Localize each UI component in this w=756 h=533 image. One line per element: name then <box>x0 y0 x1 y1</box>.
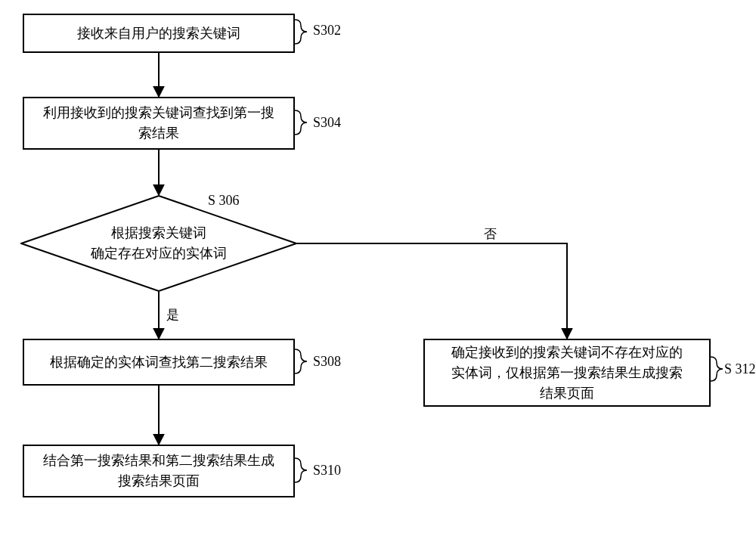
node-text: 根据确定的实体词查找第二搜索结果 <box>50 352 268 373</box>
node-text: 确定接收到的搜索关键词不存在对应的 实体词，仅根据第一搜索结果生成搜索 结果页面 <box>451 342 683 404</box>
flow-node-s304: 利用接收到的搜索关键词查找到第一搜 索结果 <box>23 97 295 150</box>
node-label-s306: S 306 <box>208 193 240 209</box>
node-label-s312: S 312 <box>724 361 756 377</box>
node-text: 根据搜索关键词 确定存在对应的实体词 <box>91 223 227 264</box>
flow-node-s302: 接收来自用户的搜索关键词 <box>23 14 295 53</box>
node-label-s310: S310 <box>313 463 341 479</box>
node-text: 利用接收到的搜索关键词查找到第一搜 索结果 <box>43 103 274 144</box>
node-text: 结合第一搜索结果和第二搜索结果生成 搜索结果页面 <box>43 451 274 491</box>
node-label-s302: S302 <box>313 23 341 39</box>
edge-label-yes: 是 <box>166 306 179 324</box>
flow-node-s310: 结合第一搜索结果和第二搜索结果生成 搜索结果页面 <box>23 445 295 497</box>
flow-node-s312: 确定接收到的搜索关键词不存在对应的 实体词，仅根据第一搜索结果生成搜索 结果页面 <box>423 339 711 407</box>
node-label-s304: S304 <box>313 115 341 131</box>
node-text: 接收来自用户的搜索关键词 <box>77 23 240 44</box>
edge-label-no: 否 <box>484 225 497 243</box>
flow-decision-s306: 根据搜索关键词 确定存在对应的实体词 <box>20 195 297 292</box>
flow-node-s308: 根据确定的实体词查找第二搜索结果 <box>23 339 295 386</box>
node-label-s308: S308 <box>313 354 341 370</box>
